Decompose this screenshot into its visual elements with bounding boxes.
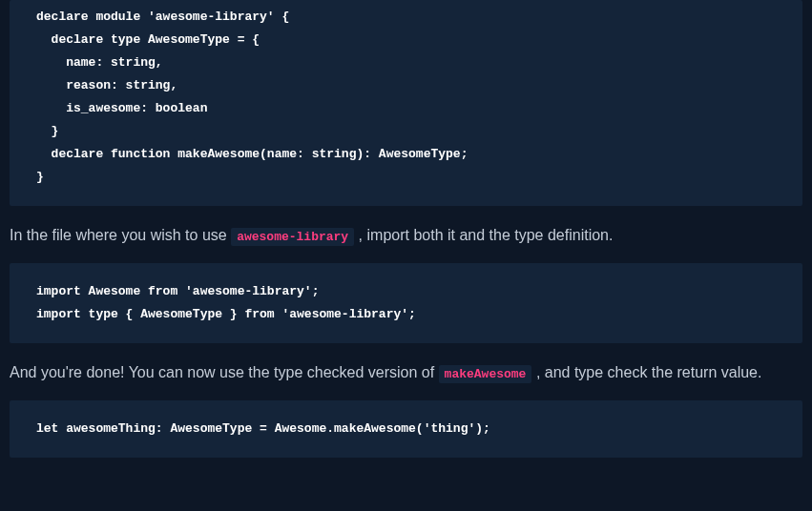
text-fragment: , import both it and the type definition… (359, 227, 614, 243)
paragraph-import-instruction: In the file where you wish to use awesom… (10, 223, 802, 248)
text-fragment: And you're done! You can now use the typ… (10, 364, 439, 380)
code-block-import: import Awesome from 'awesome-library'; i… (10, 263, 802, 343)
paragraph-done: And you're done! You can now use the typ… (10, 360, 802, 385)
text-fragment: , and type check the return value. (536, 364, 762, 380)
inline-code-makeawesome: makeAwesome (439, 365, 532, 383)
inline-code-awesome-library: awesome-library (231, 228, 354, 246)
code-block-usage: let awesomeThing: AwesomeType = Awesome.… (10, 400, 802, 458)
text-fragment: In the file where you wish to use (10, 227, 231, 243)
code-block-declare: declare module 'awesome-library' { decla… (10, 0, 802, 206)
